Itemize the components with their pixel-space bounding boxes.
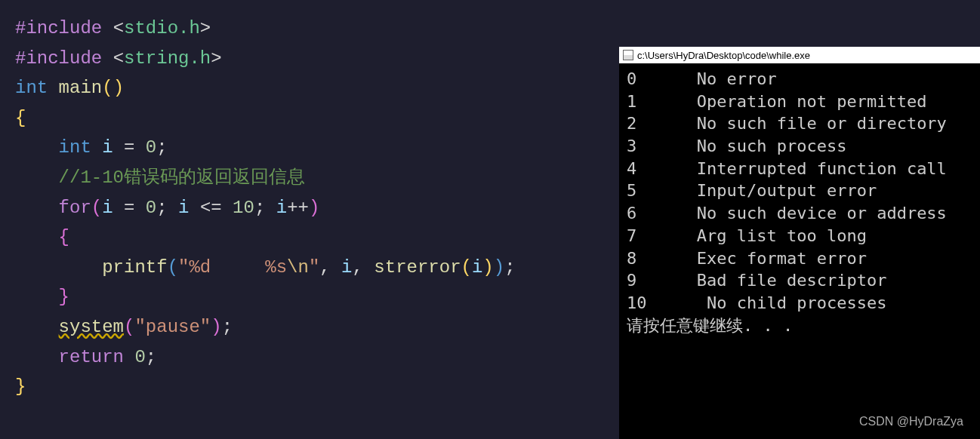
open-brace: { <box>15 108 26 128</box>
preprocessor-directive: #include <box>15 18 113 38</box>
code-line-3: int main() <box>15 73 604 103</box>
include-path: stdio.h <box>124 18 200 38</box>
console-pause: 请按任意键继续. . . <box>627 315 972 337</box>
close-brace: } <box>59 287 69 307</box>
open-brace: { <box>59 227 69 247</box>
console-output: 0 No error 1 Operation not permitted 2 N… <box>619 63 980 341</box>
code-line-9: printf("%d %s\n", i, strerror(i)); <box>15 253 604 283</box>
function-system: system <box>59 317 124 337</box>
watermark: CSDN @HyDraZya <box>859 415 963 428</box>
code-line-13: } <box>15 372 604 402</box>
console-window[interactable]: c:\Users\HyDra\Desktop\code\while.exe 0 … <box>619 47 980 439</box>
function-strerror: strerror <box>374 257 461 278</box>
console-row: 0 No error <box>627 68 972 91</box>
code-line-11: system("pause"); <box>15 312 604 342</box>
console-row: 9 Bad file descriptor <box>627 269 972 292</box>
console-titlebar[interactable]: c:\Users\HyDra\Desktop\code\while.exe <box>619 47 980 63</box>
console-row: 4 Interrupted function call <box>627 158 972 180</box>
console-row: 6 No such device or address <box>627 202 972 225</box>
code-line-8: { <box>15 223 604 253</box>
console-row: 7 Arg list too long <box>627 225 972 247</box>
console-row: 5 Input/output error <box>627 180 972 202</box>
comment: //1-10错误码的返回返回信息 <box>59 167 305 188</box>
console-row: 10 No child processes <box>627 292 972 315</box>
close-brace: } <box>15 376 26 397</box>
code-line-12: return 0; <box>15 342 604 373</box>
console-row: 2 No such file or directory <box>627 112 972 135</box>
keyword-int: int <box>59 137 103 158</box>
console-icon <box>623 50 633 60</box>
keyword-for: for <box>59 198 91 218</box>
console-row: 3 No such process <box>627 135 972 158</box>
code-line-5: int i = 0; <box>15 133 604 163</box>
code-line-10: } <box>15 282 604 312</box>
code-editor[interactable]: #include <stdio.h> #include <string.h> i… <box>0 0 619 439</box>
code-line-2: #include <string.h> <box>15 44 604 74</box>
console-title: c:\Users\HyDra\Desktop\code\while.exe <box>637 50 810 61</box>
code-line-4: { <box>15 103 604 134</box>
code-line-1: #include <stdio.h> <box>15 14 604 44</box>
function-main: main <box>59 78 103 98</box>
code-line-7: for(i = 0; i <= 10; i++) <box>15 193 604 223</box>
preprocessor-directive: #include <box>15 48 113 69</box>
console-row: 1 Operation not permitted <box>627 91 972 113</box>
code-line-6: //1-10错误码的返回返回信息 <box>15 163 604 193</box>
keyword-return: return <box>59 347 135 367</box>
keyword-int: int <box>15 78 59 98</box>
function-printf: printf <box>102 257 167 278</box>
include-path: string.h <box>124 48 211 69</box>
console-row: 8 Exec format error <box>627 247 972 270</box>
